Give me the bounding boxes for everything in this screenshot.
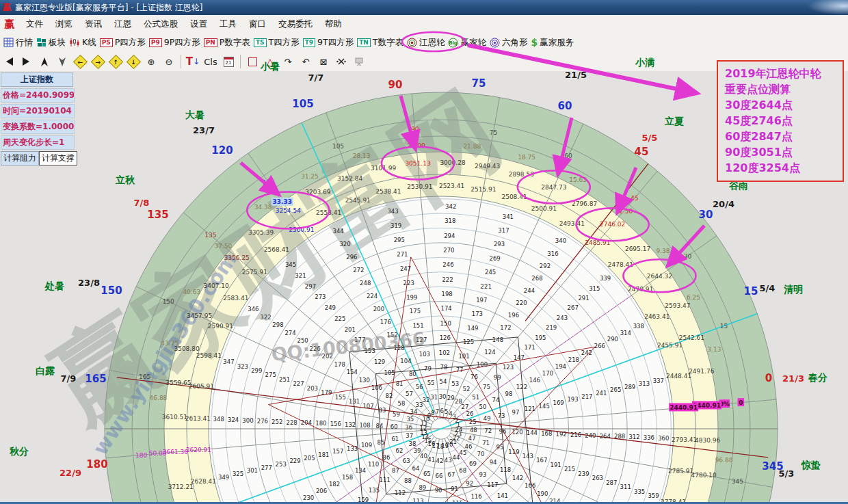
svg-text:3661.36: 3661.36	[163, 449, 188, 455]
svg-text:70: 70	[477, 451, 485, 457]
svg-text:38: 38	[409, 440, 416, 447]
svg-text:26: 26	[466, 410, 474, 417]
calc-resistance-button[interactable]: 计算阻力	[1, 151, 39, 165]
svg-text:2620.91: 2620.91	[186, 447, 211, 453]
svg-text:199: 199	[406, 294, 417, 301]
svg-text:56: 56	[416, 384, 423, 390]
info-row-3: 周天变化步长=1	[1, 135, 75, 150]
svg-text:23/7: 23/7	[193, 125, 215, 135]
svg-text:141: 141	[497, 492, 508, 499]
svg-text:291: 291	[578, 295, 589, 302]
svg-text:225: 225	[334, 315, 345, 322]
svg-text:268: 268	[531, 275, 542, 282]
svg-text:34: 34	[410, 408, 418, 415]
svg-text:194: 194	[555, 363, 566, 370]
svg-text:145: 145	[539, 403, 550, 410]
svg-text:297: 297	[305, 283, 316, 290]
svg-text:274: 274	[284, 330, 295, 336]
svg-text:121: 121	[525, 406, 535, 412]
svg-text:224: 224	[367, 293, 377, 300]
svg-text:107: 107	[362, 403, 373, 410]
svg-text:150: 150	[101, 284, 122, 297]
svg-text:345: 345	[732, 478, 743, 485]
svg-text:2605.91: 2605.91	[189, 383, 214, 390]
svg-text:277: 277	[261, 464, 272, 471]
svg-text:342: 342	[445, 203, 456, 210]
svg-text:83: 83	[379, 407, 386, 414]
svg-text:79: 79	[424, 365, 432, 372]
svg-text:51: 51	[472, 394, 479, 401]
svg-text:171: 171	[524, 344, 535, 351]
svg-text:345: 345	[285, 261, 296, 268]
info-panel: 上证指数价格=2440.9099时间=20190104变换系数=1.00000周…	[1, 72, 75, 165]
svg-text:91: 91	[451, 486, 458, 492]
svg-text:2530.91: 2530.91	[407, 183, 432, 190]
svg-text:264: 264	[600, 433, 611, 440]
svg-text:3407.10: 3407.10	[203, 282, 228, 289]
svg-text:170: 170	[542, 370, 553, 377]
svg-text:249: 249	[325, 304, 336, 311]
svg-text:9.38: 9.38	[656, 248, 670, 254]
svg-text:80: 80	[409, 371, 416, 377]
annotation-line-5: 90度3051点	[725, 144, 838, 160]
svg-text:12.50: 12.50	[615, 208, 633, 215]
svg-text:190: 190	[537, 490, 548, 497]
svg-text:172: 172	[500, 324, 511, 331]
svg-text:169: 169	[553, 399, 564, 406]
svg-text:273: 273	[315, 293, 326, 300]
svg-text:113: 113	[412, 498, 423, 504]
svg-text:147: 147	[514, 354, 525, 361]
svg-text:74: 74	[492, 397, 500, 403]
svg-text:2778.41: 2778.41	[661, 499, 686, 504]
svg-text:168: 168	[541, 430, 552, 437]
svg-text:359: 359	[648, 492, 659, 499]
svg-text:312: 312	[628, 434, 639, 440]
svg-text:360: 360	[658, 435, 669, 442]
svg-text:66: 66	[436, 473, 443, 479]
svg-text:119: 119	[508, 449, 519, 455]
calc-support-button[interactable]: 计算支撑	[39, 151, 77, 165]
svg-text:76: 76	[471, 373, 478, 380]
svg-text:156: 156	[330, 421, 341, 427]
svg-text:247: 247	[400, 265, 411, 272]
svg-text:275: 275	[265, 371, 276, 378]
svg-text:112: 112	[395, 490, 406, 496]
svg-text:25: 25	[469, 419, 477, 425]
svg-text:246: 246	[442, 261, 453, 268]
svg-text:2455.91: 2455.91	[657, 342, 683, 349]
svg-text:春分: 春分	[808, 372, 827, 383]
svg-text:98: 98	[505, 390, 513, 397]
svg-text:52: 52	[463, 386, 471, 393]
svg-text:46: 46	[465, 443, 473, 450]
svg-text:45: 45	[635, 146, 649, 158]
svg-text:90: 90	[411, 126, 419, 133]
svg-text:159: 159	[358, 496, 369, 503]
svg-text:50: 50	[479, 403, 487, 410]
svg-text:157: 157	[332, 448, 343, 455]
chart-area[interactable]: 赢家财富网www.yingjia360.com15304560759010512…	[0, 71, 848, 504]
svg-text:135: 135	[147, 209, 168, 221]
info-row-0: 价格=2440.9099	[1, 88, 75, 103]
svg-text:30: 30	[439, 393, 447, 400]
svg-text:344: 344	[333, 228, 344, 235]
svg-text:108: 108	[359, 422, 370, 429]
svg-text:7/7: 7/7	[308, 72, 324, 83]
application-window: 赢 赢家江恩专业版[赢家服务平台] - [上证指数 江恩轮] 赢 文件浏览资讯江…	[0, 0, 848, 504]
svg-text:7/9: 7/9	[61, 373, 77, 384]
svg-text:315: 315	[589, 285, 600, 292]
svg-text:31: 31	[430, 394, 438, 401]
svg-text:267: 267	[568, 304, 579, 311]
svg-text:348: 348	[213, 416, 224, 423]
svg-text:41: 41	[427, 456, 435, 463]
svg-text:123: 123	[503, 364, 514, 371]
svg-text:33.33: 33.33	[272, 198, 291, 205]
svg-text:248: 248	[360, 280, 371, 287]
svg-text:241: 241	[596, 390, 607, 397]
svg-text:2542.61: 2542.61	[679, 334, 704, 341]
svg-text:2508.41: 2508.41	[501, 194, 527, 200]
svg-text:3.13: 3.13	[707, 346, 721, 353]
svg-text:178: 178	[334, 361, 345, 368]
svg-text:3356.25: 3356.25	[224, 254, 250, 261]
svg-text:200: 200	[373, 306, 384, 313]
svg-text:2523.41: 2523.41	[439, 183, 464, 189]
